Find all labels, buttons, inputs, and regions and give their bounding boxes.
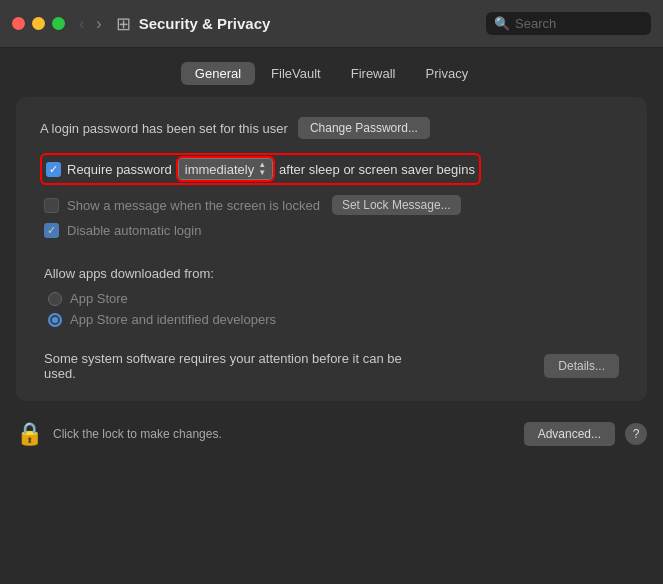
forward-button[interactable]: › <box>92 14 105 34</box>
details-button[interactable]: Details... <box>544 354 619 378</box>
traffic-lights <box>12 17 65 30</box>
search-box[interactable]: 🔍 <box>486 12 651 35</box>
lock-icon[interactable]: 🔒 <box>16 421 43 447</box>
tab-general[interactable]: General <box>181 62 255 85</box>
radio-inner <box>52 317 58 323</box>
show-message-checkbox[interactable] <box>44 198 59 213</box>
immediately-value: immediately <box>185 162 254 177</box>
radio-app-store-developers[interactable] <box>48 313 62 327</box>
show-message-label: Show a message when the screen is locked <box>67 198 320 213</box>
show-message-row: Show a message when the screen is locked… <box>40 195 623 215</box>
help-button[interactable]: ? <box>625 423 647 445</box>
disable-autologin-row: ✓ Disable automatic login <box>40 223 623 238</box>
maximize-button[interactable] <box>52 17 65 30</box>
general-panel: A login password has been set for this u… <box>16 97 647 401</box>
tabs-bar: General FileVault Firewall Privacy <box>0 48 663 97</box>
change-password-button[interactable]: Change Password... <box>298 117 430 139</box>
system-software-row: Some system software requires your atten… <box>40 351 623 381</box>
main-content: General FileVault Firewall Privacy A log… <box>0 48 663 457</box>
grid-icon: ⊞ <box>116 13 131 35</box>
radio-app-store-developers-row: App Store and identified developers <box>44 312 619 327</box>
require-password-checkbox[interactable]: ✓ <box>46 162 61 177</box>
immediately-dropdown[interactable]: immediately ▲ ▼ <box>178 158 273 180</box>
window-title: Security & Privacy <box>139 15 486 32</box>
lock-text: Click the lock to make changes. <box>53 427 514 441</box>
close-button[interactable] <box>12 17 25 30</box>
disable-autologin-label: Disable automatic login <box>67 223 201 238</box>
app-store-developers-label: App Store and identified developers <box>70 312 276 327</box>
minimize-button[interactable] <box>32 17 45 30</box>
require-password-row: ✓ Require password immediately ▲ ▼ after… <box>40 153 481 185</box>
back-button[interactable]: ‹ <box>75 14 88 34</box>
search-icon: 🔍 <box>494 16 510 31</box>
require-password-label: Require password <box>67 162 172 177</box>
advanced-button[interactable]: Advanced... <box>524 422 615 446</box>
stepper-arrows: ▲ ▼ <box>258 161 266 177</box>
after-label: after sleep or screen saver begins <box>279 162 475 177</box>
nav-arrows: ‹ › <box>75 14 106 34</box>
set-lock-message-button[interactable]: Set Lock Message... <box>332 195 461 215</box>
system-software-text: Some system software requires your atten… <box>44 351 424 381</box>
bottombar: 🔒 Click the lock to make changes. Advanc… <box>0 411 663 457</box>
titlebar: ‹ › ⊞ Security & Privacy 🔍 <box>0 0 663 48</box>
disable-autologin-checkbox[interactable]: ✓ <box>44 223 59 238</box>
tab-privacy[interactable]: Privacy <box>412 62 483 85</box>
tab-filevault[interactable]: FileVault <box>257 62 335 85</box>
allow-apps-section: Allow apps downloaded from: App Store Ap… <box>40 266 623 327</box>
radio-app-store[interactable] <box>48 292 62 306</box>
search-input[interactable] <box>515 16 643 31</box>
radio-app-store-row: App Store <box>44 291 619 306</box>
login-password-text: A login password has been set for this u… <box>40 121 288 136</box>
allow-apps-title: Allow apps downloaded from: <box>44 266 619 281</box>
login-password-row: A login password has been set for this u… <box>40 117 623 139</box>
app-store-label: App Store <box>70 291 128 306</box>
tab-firewall[interactable]: Firewall <box>337 62 410 85</box>
